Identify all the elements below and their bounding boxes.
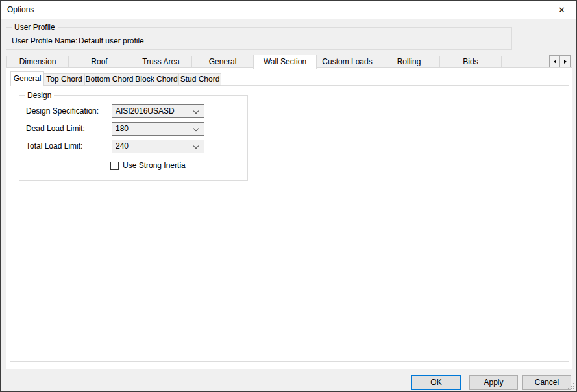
user-profile-name-value: Default user profile (79, 36, 144, 45)
dead-load-limit-label: Dead Load Limit: (26, 122, 85, 136)
close-icon: ✕ (558, 6, 565, 14)
use-strong-inertia-label: Use Strong Inertia (123, 162, 186, 170)
dead-load-limit-row: Dead Load Limit: 180 (19, 122, 247, 136)
tab-general[interactable]: General (191, 56, 254, 68)
design-group: Design Design Specification: AISI2016USA… (19, 95, 248, 181)
user-profile-group-label: User Profile (12, 23, 58, 32)
tab-roof[interactable]: Roof (68, 56, 130, 68)
chevron-down-icon (193, 126, 199, 131)
sub-tab-strip: General Top Chord Bottom Chord Block Cho… (10, 71, 221, 86)
close-button[interactable]: ✕ (547, 1, 576, 19)
tab-truss-area[interactable]: Truss Area (130, 56, 192, 68)
dead-load-limit-value: 180 (116, 124, 129, 133)
use-strong-inertia-row: Use Strong Inertia (110, 161, 186, 170)
subtab-block-chord[interactable]: Block Chord (134, 73, 179, 86)
apply-button[interactable]: Apply (469, 375, 518, 390)
user-profile-group: User Profile User Profile Name: Default … (6, 27, 512, 50)
total-load-limit-label: Total Load Limit: (26, 140, 82, 153)
tab-wall-section[interactable]: Wall Section (253, 55, 317, 69)
total-load-limit-value: 240 (116, 141, 129, 151)
resize-grip-icon (568, 388, 569, 389)
cancel-button[interactable]: Cancel (522, 375, 571, 390)
design-specification-combobox[interactable]: AISI2016USASD (112, 104, 204, 118)
tab-scroll-right-button[interactable] (559, 55, 571, 67)
tab-dimension[interactable]: Dimension (6, 56, 69, 68)
arrow-left-icon (554, 60, 556, 64)
title-bar[interactable]: Options ✕ (1, 1, 576, 19)
options-dialog: Options ✕ User Profile User Profile Name… (0, 0, 577, 392)
total-load-limit-row: Total Load Limit: 240 (19, 140, 247, 153)
tab-rolling[interactable]: Rolling (378, 56, 440, 68)
subtab-stud-chord[interactable]: Stud Chord (178, 73, 221, 86)
window-title: Options (7, 5, 34, 14)
subtab-top-chord[interactable]: Top Chord (43, 73, 85, 86)
subtab-bottom-chord[interactable]: Bottom Chord (84, 73, 134, 86)
main-tab-strip: Dimension Roof Truss Area General Wall S… (6, 55, 502, 68)
tab-scroll-buttons (549, 55, 571, 67)
design-specification-value: AISI2016USASD (116, 106, 175, 116)
total-load-limit-combobox[interactable]: 240 (112, 140, 204, 153)
design-specification-row: Design Specification: AISI2016USASD (19, 104, 247, 118)
design-group-label: Design (25, 91, 54, 100)
tab-custom-loads[interactable]: Custom Loads (316, 56, 378, 68)
user-profile-name-label: User Profile Name: (12, 36, 77, 45)
resize-grip[interactable] (568, 383, 575, 390)
use-strong-inertia-checkbox[interactable] (110, 162, 119, 170)
tab-bids[interactable]: Bids (439, 56, 502, 68)
dead-load-limit-combobox[interactable]: 180 (112, 122, 204, 136)
arrow-right-icon (564, 60, 567, 64)
design-specification-label: Design Specification: (26, 104, 99, 118)
tab-scroll-left-button[interactable] (549, 55, 560, 67)
ok-button[interactable]: OK (411, 375, 461, 390)
chevron-down-icon (193, 143, 199, 149)
subtab-general[interactable]: General (10, 71, 44, 86)
chevron-down-icon (193, 108, 199, 114)
